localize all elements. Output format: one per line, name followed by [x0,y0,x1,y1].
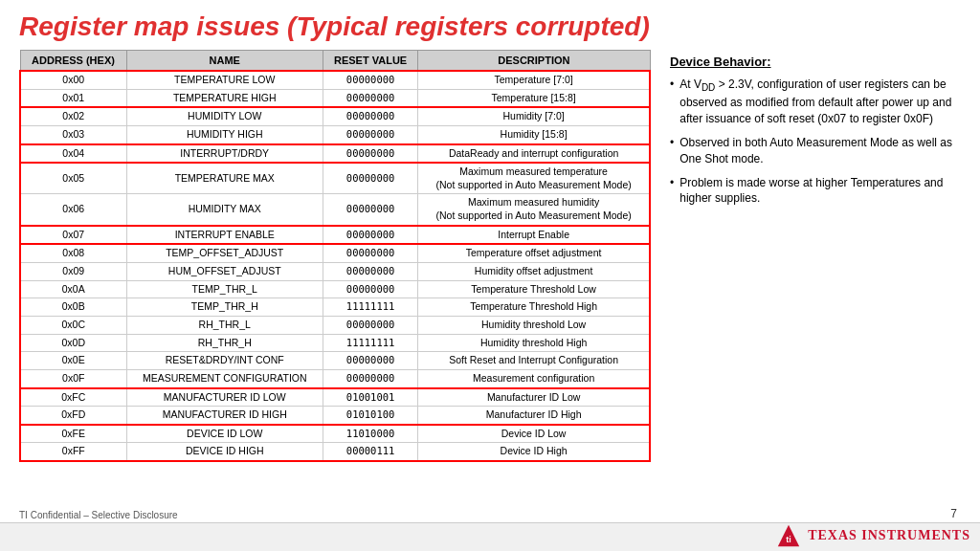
cell-description: Maximum measured temperature(Not support… [418,163,650,194]
cell-address: 0x05 [20,163,126,194]
cell-description: Temperature [15:8] [418,89,650,107]
cell-reset: 11111111 [323,334,417,352]
cell-name: RH_THR_H [126,334,323,352]
svg-text:ti: ti [786,535,791,544]
cell-description: Device ID Low [418,425,650,443]
cell-name: TEMP_OFFSET_ADJUST [126,244,323,262]
table-row: 0x02HUMIDITY LOW00000000Humidity [7:0] [20,107,650,125]
cell-reset: 00000000 [323,316,417,334]
table-row: 0xFCMANUFACTURER ID LOW01001001Manufactu… [20,388,650,407]
cell-name: TEMPERATURE HIGH [126,89,323,107]
cell-description: Device ID High [418,443,650,461]
cell-description: Humidity [15:8] [418,125,650,143]
cell-address: 0x07 [20,226,126,245]
cell-description: Humidity offset adjustment [418,263,650,281]
cell-description: Temperature offset adjustment [418,244,650,262]
cell-reset: 11111111 [323,298,417,317]
col-description: DESCRIPTION [418,51,650,72]
bullet-item: Problem is made worse at higher Temperat… [670,175,961,208]
table-row: 0xFDMANUFACTURER ID HIGH01010100Manufact… [20,407,650,425]
cell-description: Humidity [7:0] [418,107,650,125]
cell-name: RESET&DRDY/INT CONF [126,352,323,370]
footer-bar: ti TEXAS INSTRUMENTS [0,522,980,551]
table-row: 0x0CRH_THR_L00000000Humidity threshold L… [20,316,650,334]
table-row: 0x07INTERRUPT ENABLE00000000Interrupt En… [20,226,650,245]
slide: Register map issues (Typical registers c… [0,0,980,551]
cell-reset: 00000000 [323,244,417,262]
content-area: ADDRESS (HEX) NAME RESET VALUE DESCRIPTI… [0,50,980,462]
cell-reset: 00000000 [323,263,417,281]
cell-address: 0x06 [20,194,126,226]
table-row: 0x05TEMPERATURE MAX00000000Maximum measu… [20,163,650,194]
col-name: NAME [126,51,323,72]
table-row: 0xFEDEVICE ID LOW11010000Device ID Low [20,425,650,443]
page-number: 7 [950,507,957,520]
table-container: ADDRESS (HEX) NAME RESET VALUE DESCRIPTI… [19,50,651,462]
cell-description: Maximum measured humidity(Not supported … [418,194,650,226]
cell-name: HUMIDITY HIGH [126,125,323,143]
table-row: 0x00TEMPERATURE LOW00000000Temperature [… [20,71,650,89]
cell-name: TEMPERATURE MAX [126,163,323,194]
cell-address: 0x0C [20,316,126,334]
cell-address: 0x0D [20,334,126,352]
cell-description: DataReady and interrupt configuration [418,144,650,164]
cell-reset: 00000000 [323,89,417,107]
cell-reset: 00000000 [323,280,417,298]
cell-description: Humidity threshold Low [418,316,650,334]
cell-description: Soft Reset and Interrupt Configuration [418,352,650,370]
table-row: 0x0DRH_THR_H11111111Humidity threshold H… [20,334,650,352]
cell-name: INTERRUPT ENABLE [126,226,323,245]
cell-address: 0x09 [20,263,126,281]
col-reset: RESET VALUE [323,51,417,72]
device-behavior-title: Device Behavior: [670,55,961,69]
table-row: 0x0FMEASUREMENT CONFIGURATION00000000Mea… [20,369,650,387]
cell-name: DEVICE ID HIGH [126,443,323,461]
cell-reset: 00000000 [323,369,417,387]
cell-name: DEVICE ID LOW [126,425,323,443]
cell-reset: 00000000 [323,352,417,370]
cell-reset: 01001001 [323,388,417,407]
cell-name: MANUFACTURER ID HIGH [126,407,323,425]
cell-address: 0x0B [20,298,126,317]
cell-description: Interrupt Enable [418,226,650,245]
cell-name: HUMIDITY LOW [126,107,323,125]
bullet-text: Problem is made worse at higher Temperat… [679,175,961,208]
bullet-list: At VDD > 2.3V, configuration of user reg… [670,77,961,207]
cell-address: 0x08 [20,244,126,262]
table-row: 0x0BTEMP_THR_H11111111Temperature Thresh… [20,298,650,317]
cell-address: 0x00 [20,71,126,89]
cell-address: 0x02 [20,107,126,125]
cell-reset: 00000000 [323,71,417,89]
bullet-text: Observed in both Auto Measurement Mode a… [679,135,961,167]
cell-address: 0x04 [20,144,126,164]
col-address: ADDRESS (HEX) [20,51,126,72]
table-row: 0x06HUMIDITY MAX00000000Maximum measured… [20,194,650,226]
cell-address: 0xFF [20,443,126,461]
cell-reset: 00000111 [323,443,417,461]
cell-name: HUMIDITY MAX [126,194,323,226]
cell-description: Temperature [7:0] [418,71,650,89]
cell-address: 0x01 [20,89,126,107]
cell-name: RH_THR_L [126,316,323,334]
ti-logo-text: TEXAS INSTRUMENTS [808,528,970,543]
table-row: 0x08TEMP_OFFSET_ADJUST00000000Temperatur… [20,244,650,262]
cell-address: 0x0A [20,280,126,298]
cell-reset: 00000000 [323,125,417,143]
cell-name: INTERRUPT/DRDY [126,144,323,164]
cell-address: 0x0E [20,352,126,370]
cell-name: HUM_OFFSET_ADJUST [126,263,323,281]
cell-description: Manufacturer ID High [418,407,650,425]
cell-address: 0x0F [20,369,126,387]
bullet-item: Observed in both Auto Measurement Mode a… [670,135,961,167]
cell-reset: 00000000 [323,194,417,226]
cell-description: Temperature Threshold Low [418,280,650,298]
cell-description: Measurement configuration [418,369,650,387]
cell-name: TEMP_THR_H [126,298,323,317]
ti-logo-icon: ti [775,522,802,549]
table-row: 0x03HUMIDITY HIGH00000000Humidity [15:8] [20,125,650,143]
cell-reset: 00000000 [323,163,417,194]
cell-address: 0x03 [20,125,126,143]
footer-confidential: TI Confidential – Selective Disclosure [19,510,178,520]
cell-name: TEMPERATURE LOW [126,71,323,89]
cell-description: Manufacturer ID Low [418,388,650,407]
